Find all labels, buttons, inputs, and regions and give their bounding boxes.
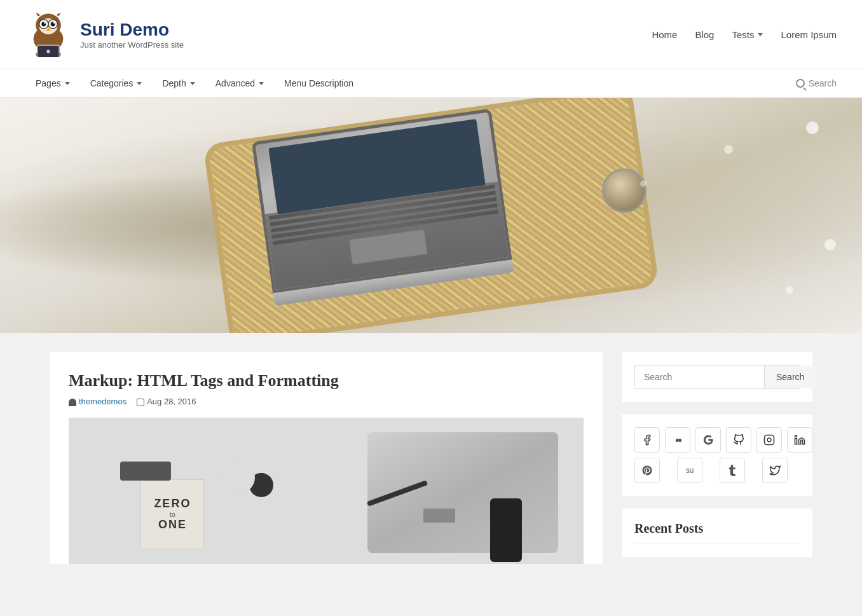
- phone-decoration: [490, 498, 522, 562]
- author-link[interactable]: themedemos: [79, 397, 127, 406]
- social-icons-row1: ●●: [634, 427, 800, 453]
- svg-point-7: [44, 22, 46, 24]
- secondary-navigation: Pages Categories Depth Advanced Menu Des…: [0, 69, 862, 98]
- author-icon: [69, 399, 76, 406]
- site-header: Suri Demo Just another WordPress site Ho…: [0, 0, 862, 69]
- hero-image: [0, 98, 862, 333]
- flickr-icon-btn[interactable]: ●●: [665, 427, 690, 453]
- keys-decoration: [423, 509, 455, 523]
- tea-cup-decoration: [602, 168, 646, 213]
- stumbleupon-icon-btn[interactable]: su: [677, 458, 702, 483]
- search-form: Search: [634, 365, 800, 389]
- chevron-down-icon: [65, 82, 70, 85]
- recent-posts-widget: Recent Posts: [622, 509, 812, 557]
- search-button[interactable]: Search: [764, 366, 816, 388]
- social-icons-widget: ●● su: [622, 414, 812, 496]
- search-icon: [796, 79, 805, 88]
- chevron-down-icon: [259, 82, 264, 85]
- secondary-nav-depth[interactable]: Depth: [152, 69, 205, 97]
- site-logo-icon: [25, 11, 71, 57]
- book-text-zero: ZERO: [154, 497, 191, 510]
- chevron-down-icon: [137, 82, 142, 85]
- secondary-nav-items: Pages Categories Depth Advanced Menu Des…: [25, 69, 364, 97]
- svg-marker-10: [36, 13, 40, 16]
- book-text-one: ONE: [158, 518, 187, 531]
- chevron-down-icon: [190, 82, 195, 85]
- speaker-decoration: [223, 462, 255, 493]
- tumblr-icon-btn[interactable]: [720, 458, 745, 483]
- pen-decoration: [120, 462, 171, 481]
- instagram-icon-btn[interactable]: [756, 427, 782, 453]
- post-card: Markup: HTML Tags and Formatting themede…: [50, 352, 603, 564]
- sidebar: Search ●●: [622, 352, 812, 564]
- site-title[interactable]: Suri Demo: [80, 20, 184, 40]
- svg-point-18: [795, 435, 797, 437]
- post-meta: themedemos Aug 28, 2016: [69, 397, 584, 406]
- secondary-nav-categories[interactable]: Categories: [80, 69, 153, 97]
- social-icons-row2: su: [634, 458, 800, 483]
- post-meta-date: Aug 28, 2016: [137, 397, 196, 406]
- search-widget: Search: [622, 352, 812, 402]
- post-thumbnail: ZERO to ONE: [69, 418, 584, 564]
- site-branding: Suri Demo Just another WordPress site: [25, 11, 184, 57]
- book-decoration: ZERO to ONE: [140, 479, 204, 549]
- site-title-group: Suri Demo Just another WordPress site: [80, 20, 184, 50]
- nav-home[interactable]: Home: [652, 29, 677, 40]
- calendar-icon: [137, 399, 144, 406]
- github-icon-btn[interactable]: [726, 427, 751, 453]
- site-tagline: Just another WordPress site: [80, 40, 184, 50]
- post-title: Markup: HTML Tags and Formatting: [69, 371, 584, 390]
- main-content: Markup: HTML Tags and Formatting themede…: [50, 352, 603, 564]
- twitter-icon-btn[interactable]: [762, 458, 788, 483]
- svg-rect-16: [765, 435, 774, 445]
- book-text-to: to: [170, 510, 175, 518]
- secondary-nav-pages[interactable]: Pages: [25, 69, 80, 97]
- main-navigation: Home Blog Tests Lorem Ipsum: [652, 29, 837, 40]
- secondary-nav-advanced[interactable]: Advanced: [205, 69, 274, 97]
- facebook-icon-btn[interactable]: [634, 427, 660, 453]
- secondary-nav-menu-description[interactable]: Menu Description: [274, 69, 364, 97]
- nav-lorem-ipsum[interactable]: Lorem Ipsum: [781, 29, 837, 40]
- svg-marker-11: [57, 13, 61, 16]
- recent-posts-title: Recent Posts: [634, 521, 800, 544]
- search-input[interactable]: [635, 366, 764, 388]
- post-meta-author: themedemos: [69, 397, 127, 406]
- svg-point-8: [53, 22, 55, 24]
- linkedin-icon-btn[interactable]: [787, 427, 812, 453]
- chevron-down-icon: [758, 33, 763, 36]
- nav-tests[interactable]: Tests: [732, 29, 763, 40]
- nav-blog[interactable]: Blog: [695, 29, 714, 40]
- pinterest-icon-btn[interactable]: [634, 458, 660, 483]
- google-plus-icon-btn[interactable]: [695, 427, 721, 453]
- svg-point-15: [46, 50, 50, 53]
- secondary-nav-search[interactable]: Search: [796, 78, 837, 88]
- content-wrapper: Markup: HTML Tags and Formatting themede…: [24, 333, 838, 583]
